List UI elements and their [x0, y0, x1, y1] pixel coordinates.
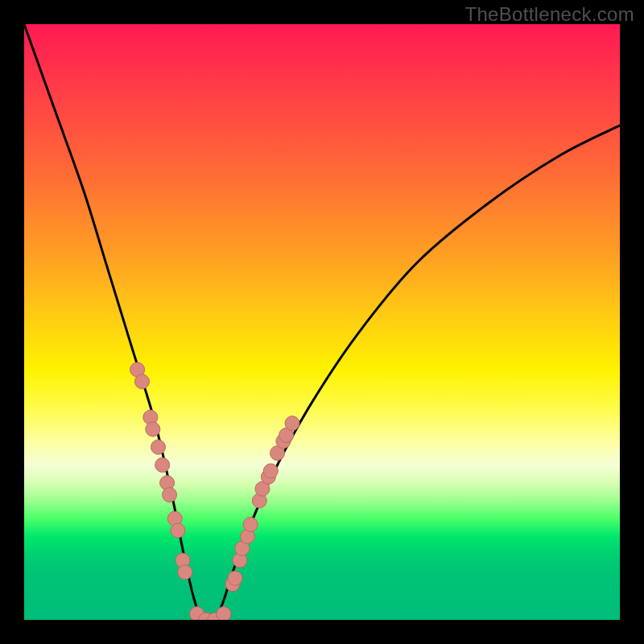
data-marker [263, 464, 278, 478]
data-marker [135, 374, 150, 389]
data-marker [151, 440, 166, 454]
chart-frame: TheBottleneck.com [0, 0, 644, 644]
data-marker [146, 422, 160, 436]
data-marker [243, 518, 258, 532]
data-marker [155, 458, 170, 473]
curve-layer [24, 24, 620, 620]
plot-area [24, 24, 620, 620]
marker-cluster [130, 362, 299, 620]
data-marker [171, 523, 185, 538]
source-label: TheBottleneck.com [464, 3, 634, 26]
bottleneck-curve-path [24, 24, 620, 620]
bottleneck-curve [24, 24, 620, 620]
data-marker [228, 571, 242, 585]
data-marker [285, 416, 299, 431]
data-marker [163, 488, 177, 502]
data-marker [217, 607, 231, 620]
data-marker [178, 565, 192, 580]
